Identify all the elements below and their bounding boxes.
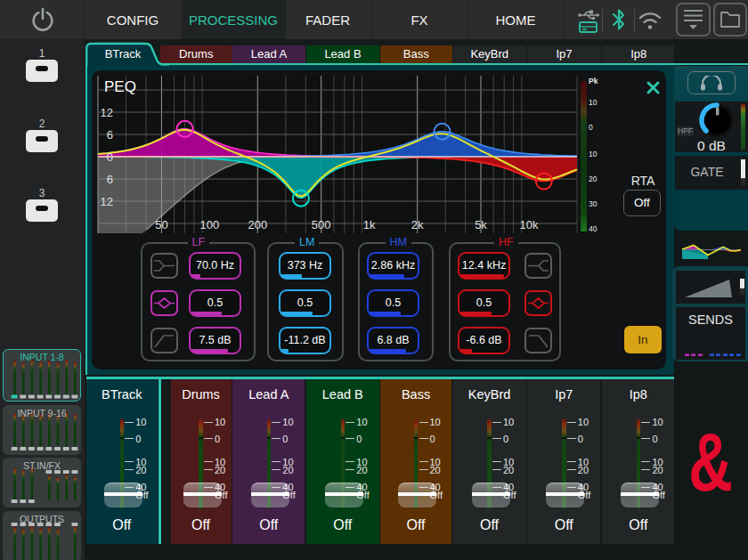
svg-text:12: 12 [101,195,113,208]
svg-text:200: 200 [248,218,267,231]
svg-text:6: 6 [107,173,113,186]
svg-text:100: 100 [199,218,219,231]
svg-text:1k: 1k [363,218,376,231]
svg-text:5k: 5k [475,218,487,231]
svg-text:50: 50 [155,218,167,231]
svg-text:2k: 2k [411,218,424,231]
svg-text:12: 12 [101,106,113,119]
svg-text:0: 0 [107,150,113,164]
svg-text:10k: 10k [520,218,539,231]
svg-text:500: 500 [312,218,331,231]
svg-text:6: 6 [107,128,113,142]
